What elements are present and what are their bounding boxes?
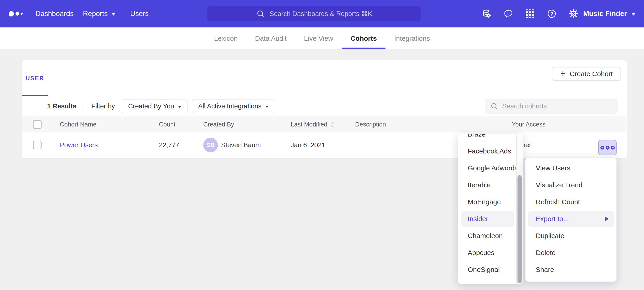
select-all-checkbox-cell (33, 116, 42, 132)
row-actions-button[interactable] (598, 140, 616, 155)
nav-item-users[interactable]: Users (130, 0, 149, 28)
select-all-checkbox[interactable] (33, 120, 42, 129)
scrollbar-thumb[interactable] (518, 175, 522, 283)
chevron-down-icon (178, 106, 182, 108)
chevron-down-icon (265, 106, 269, 108)
circle-icon (611, 146, 615, 150)
project-switcher[interactable]: Music Finder (583, 0, 636, 28)
settings-gear-icon[interactable] (562, 0, 584, 28)
menu-item-moengage[interactable]: MoEngage (458, 194, 523, 210)
menu-item-insider[interactable]: Insider (458, 210, 523, 227)
menu-item-delete[interactable]: Delete (526, 244, 616, 261)
column-header-count[interactable]: Count (159, 116, 176, 132)
filter-toolbar: 1 Results Filter by Created By You All A… (22, 96, 627, 116)
tab-live-view[interactable]: Live View (295, 28, 342, 49)
app-screen: Dashboards Reports Users Search Dashboar… (0, 0, 644, 290)
cohort-type-tabs: USER + Create Cohort (22, 60, 627, 96)
mixpanel-logo-icon[interactable] (9, 0, 22, 28)
created-by-name: Steven Baum (221, 141, 261, 149)
count-cell: 22,777 (159, 132, 179, 158)
search-icon (490, 102, 498, 110)
filter-value: All Active Integrations (198, 102, 262, 110)
circle-icon (600, 146, 604, 150)
svg-text:?: ? (550, 11, 553, 17)
menu-item-visualize-trend[interactable]: Visualize Trend (526, 177, 616, 194)
feedback-chat-icon[interactable] (498, 0, 519, 28)
menu-item-export-to[interactable]: Export to... (526, 210, 616, 227)
data-management-icon[interactable] (476, 0, 498, 28)
row-context-menu: View Users Visualize Trend Refresh Count… (525, 157, 616, 282)
circle-icon (606, 146, 610, 150)
export-destination-menu: Braze Facebook Ads Google Adwords Iterab… (458, 134, 523, 284)
nav-item-label: Reports (83, 10, 108, 18)
column-header-description[interactable]: Description (355, 116, 386, 132)
menu-item-iterable[interactable]: Iterable (458, 177, 523, 194)
tab-lexicon[interactable]: Lexicon (205, 28, 246, 49)
nav-item-dashboards[interactable]: Dashboards (36, 0, 74, 28)
section-tabbar: Lexicon Data Audit Live View Cohorts Int… (0, 28, 644, 49)
menu-item-refresh-count[interactable]: Refresh Count (526, 194, 616, 210)
chevron-down-icon (632, 13, 636, 16)
integrations-filter-dropdown[interactable]: All Active Integrations (192, 99, 275, 113)
menu-item-view-users[interactable]: View Users (526, 160, 616, 177)
tab-label: Live View (304, 35, 333, 42)
filter-by-label: Filter by (91, 102, 115, 110)
last-modified-cell: Jan 6, 2021 (291, 132, 326, 158)
cohort-search-input[interactable] (502, 102, 613, 110)
cohort-search (485, 99, 618, 114)
menu-item-duplicate[interactable]: Duplicate (526, 227, 616, 244)
table-row: Power Users 22,777 SB Steven Baum Jan 6,… (22, 132, 627, 158)
global-search-placeholder: Search Dashboards & Reports ⌘K (270, 10, 372, 18)
project-name: Music Finder (583, 10, 627, 18)
cohort-name-link[interactable]: Power Users (60, 141, 98, 149)
tab-user-cohorts[interactable]: USER (22, 60, 48, 96)
apps-grid-icon[interactable] (519, 0, 541, 28)
menu-item-facebook-ads[interactable]: Facebook Ads (458, 143, 523, 160)
tab-integrations[interactable]: Integrations (386, 28, 439, 49)
sort-icon (331, 121, 335, 128)
chevron-down-icon (112, 13, 116, 16)
created-by-cell: SB Steven Baum (203, 132, 261, 158)
nav-item-label: Dashboards (36, 10, 74, 18)
create-cohort-button[interactable]: + Create Cohort (552, 67, 621, 81)
tab-label: Integrations (394, 35, 430, 42)
menu-items: Braze Facebook Ads Google Adwords Iterab… (458, 134, 523, 278)
button-label: Create Cohort (570, 70, 613, 78)
nav-item-reports[interactable]: Reports (83, 0, 116, 28)
created-by-filter-dropdown[interactable]: Created By You (122, 99, 188, 113)
top-nav: Dashboards Reports Users Search Dashboar… (0, 0, 644, 28)
menu-item-onesignal[interactable]: OneSignal (458, 261, 523, 278)
menu-item-braze[interactable]: Braze (458, 134, 523, 143)
tab-label: USER (25, 75, 44, 82)
cohorts-card: USER + Create Cohort 1 Results Filter by… (22, 60, 627, 159)
menu-item-google-adwords[interactable]: Google Adwords (458, 160, 523, 177)
table-header: Cohort Name Count Created By Last Modifi… (22, 116, 627, 132)
menu-item-appcues[interactable]: Appcues (458, 244, 523, 261)
nav-item-label: Users (130, 10, 149, 18)
tab-label: Cohorts (350, 35, 377, 42)
tab-data-audit[interactable]: Data Audit (246, 28, 295, 49)
menu-item-share[interactable]: Share (526, 261, 616, 278)
row-checkbox-cell (33, 132, 42, 158)
column-header-your-access[interactable]: Your Access (512, 116, 546, 132)
search-icon (256, 9, 265, 19)
divider (84, 101, 84, 111)
results-count: 1 Results (47, 102, 76, 110)
cohort-name-cell: Power Users (60, 132, 98, 158)
filter-value: Created By You (128, 102, 174, 110)
menu-item-chameleon[interactable]: Chameleon (458, 227, 523, 244)
nav-icon-group: ? (476, 0, 584, 28)
scrollbar-track (516, 134, 523, 284)
tab-label: Lexicon (214, 35, 238, 42)
tab-label: Data Audit (255, 35, 286, 42)
global-search-input[interactable]: Search Dashboards & Reports ⌘K (207, 7, 421, 21)
tab-cohorts[interactable]: Cohorts (342, 28, 386, 49)
column-header-last-modified[interactable]: Last Modified (291, 116, 335, 132)
avatar: SB (203, 138, 218, 152)
help-icon[interactable]: ? (541, 0, 562, 28)
column-header-created-by[interactable]: Created By (203, 116, 234, 132)
row-checkbox[interactable] (33, 141, 42, 149)
plus-icon: + (560, 69, 566, 78)
submenu-arrow-icon (605, 217, 608, 221)
column-header-cohort-name[interactable]: Cohort Name (60, 116, 96, 132)
